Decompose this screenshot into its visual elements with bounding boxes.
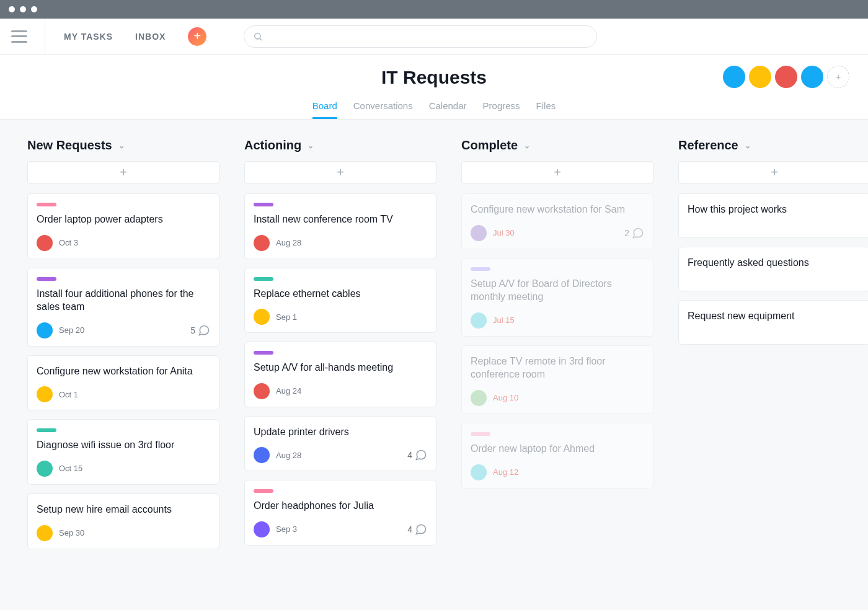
card-footer: Aug 24 bbox=[254, 383, 427, 399]
window-dot bbox=[9, 6, 15, 12]
member-avatar[interactable] bbox=[749, 66, 771, 88]
task-card[interactable]: Order new laptop for AhmedAug 12 bbox=[461, 423, 653, 488]
column-header[interactable]: Actioning⌄ bbox=[244, 138, 436, 152]
card-tag bbox=[471, 267, 490, 271]
tab-progress[interactable]: Progress bbox=[483, 100, 520, 119]
card-title: Install new conference room TV bbox=[254, 213, 427, 226]
due-date: Oct 3 bbox=[59, 238, 78, 247]
due-date: Jul 30 bbox=[493, 228, 515, 237]
task-card[interactable]: Frequently asked questions bbox=[678, 247, 868, 291]
assignee-avatar[interactable] bbox=[471, 225, 487, 241]
project-members: + bbox=[723, 66, 849, 88]
comment-count[interactable]: 4 bbox=[407, 523, 427, 536]
add-card-button[interactable]: + bbox=[27, 161, 219, 183]
nav-inbox[interactable]: INBOX bbox=[135, 32, 166, 42]
column: New Requests⌄+Order laptop power adapter… bbox=[27, 138, 219, 558]
column: Reference⌄+How this project worksFrequen… bbox=[678, 138, 868, 558]
column-title: Complete bbox=[461, 138, 518, 152]
add-card-button[interactable]: + bbox=[244, 161, 436, 183]
task-card[interactable]: Update printer driversAug 284 bbox=[244, 416, 436, 472]
card-title: Setup new hire email accounts bbox=[37, 503, 210, 516]
comment-count[interactable]: 4 bbox=[407, 449, 427, 461]
card-title: Update printer drivers bbox=[254, 425, 427, 439]
task-card[interactable]: Order laptop power adaptersOct 3 bbox=[27, 193, 219, 259]
project-header: IT Requests + BoardConversationsCalendar… bbox=[0, 55, 868, 120]
card-title: Frequently asked questions bbox=[688, 256, 861, 270]
card-footer: Sep 1 bbox=[254, 309, 427, 325]
assignee-avatar[interactable] bbox=[254, 447, 270, 463]
assignee-avatar[interactable] bbox=[471, 312, 487, 329]
card-title: Request new equipment bbox=[688, 309, 861, 323]
task-card[interactable]: Configure new workstation for AnitaOct 1 bbox=[27, 355, 219, 411]
global-add-button[interactable]: + bbox=[188, 27, 206, 46]
comment-count[interactable]: 5 bbox=[190, 324, 210, 337]
search-bar[interactable] bbox=[244, 25, 597, 48]
member-avatar[interactable] bbox=[801, 66, 823, 88]
menu-icon[interactable] bbox=[11, 30, 27, 43]
column-header[interactable]: New Requests⌄ bbox=[27, 138, 219, 152]
column-title: Actioning bbox=[244, 138, 301, 152]
assignee-avatar[interactable] bbox=[37, 235, 53, 251]
add-member-button[interactable]: + bbox=[827, 66, 849, 88]
comment-icon bbox=[198, 324, 210, 337]
comment-number: 4 bbox=[407, 524, 412, 534]
task-card[interactable]: Replace TV remote in 3rd floor conferenc… bbox=[461, 345, 653, 414]
card-title: Install four additional phones for the s… bbox=[37, 287, 210, 314]
task-card[interactable]: Install four additional phones for the s… bbox=[27, 268, 219, 347]
assignee-avatar[interactable] bbox=[471, 464, 487, 480]
chevron-down-icon: ⌄ bbox=[524, 141, 530, 150]
member-avatar[interactable] bbox=[723, 66, 745, 88]
due-date: Jul 15 bbox=[493, 316, 515, 325]
assignee-avatar[interactable] bbox=[37, 386, 53, 402]
search-icon bbox=[253, 32, 263, 42]
task-card[interactable]: How this project works bbox=[678, 193, 868, 238]
task-card[interactable]: Install new conference room TVAug 28 bbox=[244, 193, 436, 259]
add-card-button[interactable]: + bbox=[461, 161, 653, 183]
assignee-avatar[interactable] bbox=[37, 525, 53, 541]
column-header[interactable]: Complete⌄ bbox=[461, 138, 653, 152]
card-tag bbox=[254, 203, 273, 206]
due-date: Oct 1 bbox=[59, 390, 78, 399]
assignee-avatar[interactable] bbox=[254, 521, 270, 537]
card-tag bbox=[37, 203, 56, 206]
task-card[interactable]: Replace ethernet cablesSep 1 bbox=[244, 268, 436, 334]
assignee-avatar[interactable] bbox=[254, 383, 270, 399]
card-footer: Aug 284 bbox=[254, 447, 427, 463]
member-avatar[interactable] bbox=[775, 66, 797, 88]
assignee-avatar[interactable] bbox=[254, 309, 270, 325]
svg-line-1 bbox=[260, 38, 262, 40]
card-footer: Jul 15 bbox=[471, 312, 644, 329]
task-card[interactable]: Setup A/V for all-hands meetingAug 24 bbox=[244, 342, 436, 407]
task-card[interactable]: Configure new workstation for SamJul 302 bbox=[461, 193, 653, 249]
top-nav: MY TASKS INBOX + bbox=[0, 19, 868, 55]
search-input[interactable] bbox=[268, 32, 588, 42]
assignee-avatar[interactable] bbox=[254, 235, 270, 251]
nav-my-tasks[interactable]: MY TASKS bbox=[64, 32, 113, 42]
card-footer: Jul 302 bbox=[471, 225, 644, 241]
assignee-avatar[interactable] bbox=[471, 390, 487, 406]
comment-number: 4 bbox=[407, 450, 412, 460]
comment-count[interactable]: 2 bbox=[624, 227, 644, 239]
card-title: Setup A/V for Board of Directors monthly… bbox=[471, 277, 644, 304]
assignee-avatar[interactable] bbox=[37, 461, 53, 477]
tab-board[interactable]: Board bbox=[312, 100, 337, 119]
task-card[interactable]: Setup A/V for Board of Directors monthly… bbox=[461, 258, 653, 337]
assignee-avatar[interactable] bbox=[37, 322, 53, 338]
column-header[interactable]: Reference⌄ bbox=[678, 138, 868, 152]
task-card[interactable]: Order headphones for JuliaSep 34 bbox=[244, 480, 436, 546]
card-footer: Sep 34 bbox=[254, 521, 427, 537]
task-card[interactable]: Setup new hire email accountsSep 30 bbox=[27, 493, 219, 549]
due-date: Aug 28 bbox=[276, 451, 301, 460]
tab-files[interactable]: Files bbox=[536, 100, 556, 119]
tab-conversations[interactable]: Conversations bbox=[353, 100, 413, 119]
comment-number: 5 bbox=[190, 325, 195, 335]
chevron-down-icon: ⌄ bbox=[118, 141, 125, 150]
tab-calendar[interactable]: Calendar bbox=[429, 100, 467, 119]
task-card[interactable]: Diagnose wifi issue on 3rd floorOct 15 bbox=[27, 419, 219, 485]
add-card-button[interactable]: + bbox=[678, 161, 868, 183]
due-date: Sep 20 bbox=[59, 325, 84, 335]
card-footer: Sep 205 bbox=[37, 322, 210, 338]
card-title: Order new laptop for Ahmed bbox=[471, 442, 644, 456]
card-footer: Aug 12 bbox=[471, 464, 644, 480]
task-card[interactable]: Request new equipment bbox=[678, 300, 868, 345]
